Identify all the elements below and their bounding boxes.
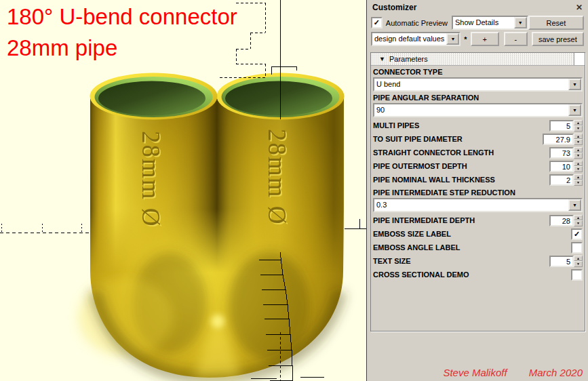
param-combo[interactable]: 0.3▼ — [373, 198, 583, 212]
param-checkbox[interactable] — [571, 242, 583, 254]
spin-down-icon[interactable]: ▼ — [574, 180, 583, 186]
param-label: EMBOSS ANGLE LABEL — [373, 243, 460, 252]
parameters-scrollbar[interactable] — [574, 53, 585, 65]
param-label: CONNECTOR TYPE — [373, 68, 583, 77]
spin-down-icon[interactable]: ▼ — [574, 153, 583, 159]
spin-up-icon[interactable]: ▲ — [574, 120, 583, 126]
param-label: MULTI PIPES — [373, 121, 419, 130]
param-checkbox[interactable] — [571, 269, 583, 281]
spin-up-icon[interactable]: ▲ — [574, 147, 583, 153]
param-row: MULTI PIPES5▲▼ — [371, 119, 585, 132]
add-preset-button[interactable]: + — [471, 32, 499, 46]
preset-dropdown[interactable]: design default values ▼ — [371, 32, 460, 46]
param-label: EMBOSS SIZE LABEL — [373, 230, 451, 239]
save-preset-button[interactable]: save preset — [532, 32, 584, 46]
customizer-panel: Customizer ✕ ✓ Automatic Preview Show De… — [366, 0, 588, 381]
param-combo-value: 0.3 — [374, 199, 568, 211]
param-row: PIPE NOMINAL WALL THICKNESS2▲▼ — [371, 173, 585, 186]
parameters-groupbox: ▼ Parameters CONNECTOR TYPEU bend▼PIPE A… — [370, 52, 585, 332]
param-spin-input[interactable]: 73 — [549, 147, 574, 159]
left-pipe-opening — [90, 73, 218, 120]
param-label: PIPE INTERMEDIATE STEP REDUCTION — [373, 188, 583, 197]
spin-up-icon[interactable]: ▲ — [574, 256, 583, 262]
param-label: TEXT SIZE — [373, 257, 411, 266]
param-checkbox[interactable]: ✓ — [571, 228, 583, 240]
param-row: PIPE OUTERMOST DEPTH10▲▼ — [371, 159, 585, 173]
param-spinbox: 28▲▼ — [549, 215, 583, 226]
param-row: TEXT SIZE5▲▼ — [371, 254, 585, 268]
spin-down-icon[interactable]: ▼ — [574, 125, 583, 132]
param-label: PIPE OUTERMOST DEPTH — [373, 162, 467, 171]
param-spin-input[interactable]: 27.9 — [543, 134, 574, 145]
param-label: TO SUIT PIPE DIAMETER — [373, 135, 463, 144]
param-spin-input[interactable]: 10 — [549, 161, 574, 172]
heading-line-2: 28mm pipe — [7, 33, 237, 64]
spin-down-icon[interactable]: ▼ — [574, 261, 583, 267]
param-label: PIPE INTERMEDIATE DEPTH — [373, 216, 475, 225]
param-row: EMBOSS ANGLE LABEL — [371, 241, 585, 254]
param-spinbox: 5▲▼ — [549, 120, 583, 132]
spin-down-icon[interactable]: ▼ — [574, 139, 583, 145]
chevron-down-icon[interactable]: ▼ — [568, 104, 581, 116]
automatic-preview-checkbox[interactable]: ✓ — [371, 17, 383, 28]
reset-button[interactable]: Reset — [528, 16, 584, 30]
param-row: TO SUIT PIPE DIAMETER27.9▲▼ — [371, 132, 585, 146]
spin-up-icon[interactable]: ▲ — [574, 161, 583, 167]
param-label: CROSS SECTIONAL DEMO — [373, 270, 469, 279]
spin-up-icon[interactable]: ▲ — [574, 174, 583, 180]
parameters-list: CONNECTOR TYPEU bend▼PIPE ANGULAR SEPARA… — [371, 68, 585, 281]
param-spin-input[interactable]: 5 — [549, 256, 574, 267]
param-combo[interactable]: 90▼ — [373, 103, 583, 117]
close-icon[interactable]: ✕ — [576, 3, 583, 12]
openscad-window: 28mm Ø 28mm Ø 28mm Ø 28mm Ø 180° U-bend — [0, 0, 588, 381]
param-row: STRAIGHT CONNECTOR LENGTH73▲▼ — [371, 146, 585, 159]
param-combo-value: 90 — [374, 104, 568, 116]
parameters-header-label: Parameters — [389, 55, 428, 63]
spin-down-icon[interactable]: ▼ — [574, 166, 583, 172]
credit-author: Steve Malikoff — [443, 367, 507, 378]
chevron-down-icon[interactable]: ▼ — [568, 199, 581, 211]
spin-up-icon[interactable]: ▲ — [574, 134, 583, 140]
heading-line-1: 180° U-bend connector — [7, 1, 237, 33]
details-dropdown-value: Show Details — [453, 17, 514, 28]
param-spinbox: 73▲▼ — [549, 147, 583, 159]
param-spinbox: 2▲▼ — [549, 174, 583, 186]
credit-date: March 2020 — [529, 367, 583, 378]
collapse-triangle-icon[interactable]: ▼ — [379, 56, 385, 62]
preset-dropdown-value: design default values — [372, 33, 446, 45]
param-row: EMBOSS SIZE LABEL✓ — [371, 227, 585, 241]
spin-up-icon[interactable]: ▲ — [574, 215, 583, 221]
param-spinbox: 27.9▲▼ — [543, 134, 583, 145]
panel-title: Customizer — [372, 3, 416, 12]
param-combo[interactable]: U bend▼ — [373, 77, 583, 92]
param-spinbox: 10▲▼ — [549, 161, 583, 172]
chevron-down-icon[interactable]: ▼ — [446, 33, 459, 45]
param-label: PIPE ANGULAR SEPARATION — [373, 94, 583, 102]
param-row: CROSS SECTIONAL DEMO — [371, 268, 585, 281]
automatic-preview-label: Automatic Preview — [386, 19, 448, 27]
details-dropdown[interactable]: Show Details ▼ — [452, 16, 528, 30]
param-spinbox: 5▲▼ — [549, 256, 583, 267]
annotation-heading: 180° U-bend connector 28mm pipe — [7, 1, 237, 63]
param-spin-input[interactable]: 5 — [549, 120, 574, 132]
param-spin-input[interactable]: 28 — [549, 215, 574, 226]
emboss-text-left: 28mm Ø — [137, 131, 165, 228]
param-row: PIPE INTERMEDIATE DEPTH28▲▼ — [371, 214, 585, 227]
3d-viewport[interactable]: 28mm Ø 28mm Ø 28mm Ø 28mm Ø 180° U-bend — [0, 0, 366, 381]
param-label: PIPE NOMINAL WALL THICKNESS — [373, 176, 495, 184]
emboss-text-right: 28mm Ø — [263, 129, 291, 226]
chevron-down-icon[interactable]: ▼ — [568, 79, 581, 90]
spin-down-icon[interactable]: ▼ — [574, 220, 583, 226]
credit-text: Steve Malikoff March 2020 — [443, 367, 583, 378]
remove-preset-button[interactable]: - — [504, 32, 528, 46]
modified-indicator: * — [464, 35, 467, 43]
chevron-down-icon[interactable]: ▼ — [514, 17, 527, 28]
param-combo-value: U bend — [374, 79, 568, 90]
parameters-header[interactable]: ▼ Parameters — [371, 53, 574, 65]
param-spin-input[interactable]: 2 — [549, 174, 574, 186]
param-label: STRAIGHT CONNECTOR LENGTH — [373, 148, 494, 157]
